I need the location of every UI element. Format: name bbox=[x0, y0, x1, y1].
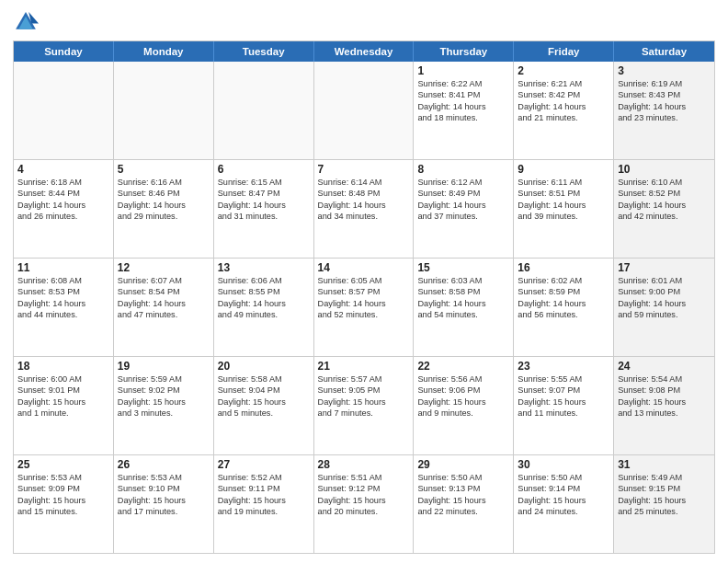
calendar-day-17: 17Sunrise: 6:01 AM Sunset: 9:00 PM Dayli… bbox=[614, 259, 714, 356]
day-number: 31 bbox=[618, 458, 711, 471]
calendar-day-2: 2Sunrise: 6:21 AM Sunset: 8:42 PM Daylig… bbox=[514, 62, 614, 159]
day-info: Sunrise: 6:11 AM Sunset: 8:51 PM Dayligh… bbox=[518, 177, 609, 223]
day-info: Sunrise: 6:12 AM Sunset: 8:49 PM Dayligh… bbox=[417, 177, 509, 223]
calendar-empty-cell bbox=[314, 62, 415, 159]
calendar-header-wednesday: Wednesday bbox=[314, 41, 415, 62]
calendar-day-9: 9Sunrise: 6:11 AM Sunset: 8:51 PM Daylig… bbox=[514, 160, 614, 258]
day-number: 2 bbox=[518, 64, 609, 77]
calendar-day-3: 3Sunrise: 6:19 AM Sunset: 8:43 PM Daylig… bbox=[614, 62, 714, 159]
day-info: Sunrise: 5:57 AM Sunset: 9:05 PM Dayligh… bbox=[318, 373, 410, 419]
calendar-day-8: 8Sunrise: 6:12 AM Sunset: 8:49 PM Daylig… bbox=[414, 160, 514, 258]
day-info: Sunrise: 5:59 AM Sunset: 9:02 PM Dayligh… bbox=[118, 373, 210, 419]
day-info: Sunrise: 6:08 AM Sunset: 8:53 PM Dayligh… bbox=[17, 275, 109, 321]
calendar-week-3: 11Sunrise: 6:08 AM Sunset: 8:53 PM Dayli… bbox=[14, 259, 714, 357]
calendar-day-27: 27Sunrise: 5:52 AM Sunset: 9:11 PM Dayli… bbox=[214, 455, 314, 553]
day-info: Sunrise: 6:16 AM Sunset: 8:46 PM Dayligh… bbox=[118, 177, 210, 223]
day-info: Sunrise: 5:50 AM Sunset: 9:13 PM Dayligh… bbox=[417, 472, 509, 518]
day-info: Sunrise: 5:51 AM Sunset: 9:12 PM Dayligh… bbox=[318, 472, 410, 518]
day-number: 24 bbox=[618, 360, 711, 373]
day-info: Sunrise: 6:03 AM Sunset: 8:58 PM Dayligh… bbox=[417, 275, 509, 321]
day-number: 10 bbox=[618, 163, 711, 176]
calendar-day-23: 23Sunrise: 5:55 AM Sunset: 9:07 PM Dayli… bbox=[514, 357, 614, 454]
day-info: Sunrise: 6:06 AM Sunset: 8:55 PM Dayligh… bbox=[218, 275, 310, 321]
day-number: 6 bbox=[218, 163, 310, 176]
calendar-day-11: 11Sunrise: 6:08 AM Sunset: 8:53 PM Dayli… bbox=[14, 259, 114, 356]
calendar-day-22: 22Sunrise: 5:56 AM Sunset: 9:06 PM Dayli… bbox=[414, 357, 514, 454]
calendar-header-friday: Friday bbox=[514, 41, 614, 62]
calendar-empty-cell bbox=[14, 62, 114, 159]
day-info: Sunrise: 5:49 AM Sunset: 9:15 PM Dayligh… bbox=[618, 472, 711, 518]
calendar-day-5: 5Sunrise: 6:16 AM Sunset: 8:46 PM Daylig… bbox=[114, 160, 214, 258]
calendar-day-21: 21Sunrise: 5:57 AM Sunset: 9:05 PM Dayli… bbox=[314, 357, 415, 454]
day-number: 12 bbox=[118, 261, 210, 274]
calendar-week-1: 1Sunrise: 6:22 AM Sunset: 8:41 PM Daylig… bbox=[14, 62, 714, 160]
day-info: Sunrise: 6:21 AM Sunset: 8:42 PM Dayligh… bbox=[518, 78, 609, 124]
day-info: Sunrise: 5:50 AM Sunset: 9:14 PM Dayligh… bbox=[518, 472, 609, 518]
calendar-week-2: 4Sunrise: 6:18 AM Sunset: 8:44 PM Daylig… bbox=[14, 160, 714, 259]
calendar-header-monday: Monday bbox=[114, 41, 214, 62]
logo bbox=[13, 9, 42, 35]
day-info: Sunrise: 6:05 AM Sunset: 8:57 PM Dayligh… bbox=[318, 275, 410, 321]
day-info: Sunrise: 5:54 AM Sunset: 9:08 PM Dayligh… bbox=[618, 373, 711, 419]
calendar-body: 1Sunrise: 6:22 AM Sunset: 8:41 PM Daylig… bbox=[14, 62, 714, 553]
day-info: Sunrise: 6:22 AM Sunset: 8:41 PM Dayligh… bbox=[417, 78, 509, 124]
day-number: 17 bbox=[618, 261, 711, 274]
day-number: 20 bbox=[218, 360, 310, 373]
day-number: 29 bbox=[417, 458, 509, 471]
calendar-header-sunday: Sunday bbox=[14, 41, 114, 62]
day-number: 22 bbox=[417, 360, 509, 373]
day-number: 18 bbox=[17, 360, 109, 373]
calendar-week-4: 18Sunrise: 6:00 AM Sunset: 9:01 PM Dayli… bbox=[14, 357, 714, 455]
day-number: 16 bbox=[518, 261, 609, 274]
day-info: Sunrise: 6:01 AM Sunset: 9:00 PM Dayligh… bbox=[618, 275, 711, 321]
calendar-day-20: 20Sunrise: 5:58 AM Sunset: 9:04 PM Dayli… bbox=[214, 357, 314, 454]
day-number: 30 bbox=[518, 458, 609, 471]
day-info: Sunrise: 6:15 AM Sunset: 8:47 PM Dayligh… bbox=[218, 177, 310, 223]
calendar-day-30: 30Sunrise: 5:50 AM Sunset: 9:14 PM Dayli… bbox=[514, 455, 614, 553]
day-info: Sunrise: 5:52 AM Sunset: 9:11 PM Dayligh… bbox=[218, 472, 310, 518]
calendar-header-saturday: Saturday bbox=[614, 41, 714, 62]
calendar-day-16: 16Sunrise: 6:02 AM Sunset: 8:59 PM Dayli… bbox=[514, 259, 614, 356]
day-number: 8 bbox=[417, 163, 509, 176]
calendar-day-10: 10Sunrise: 6:10 AM Sunset: 8:52 PM Dayli… bbox=[614, 160, 714, 258]
day-info: Sunrise: 5:55 AM Sunset: 9:07 PM Dayligh… bbox=[518, 373, 609, 419]
calendar-day-6: 6Sunrise: 6:15 AM Sunset: 8:47 PM Daylig… bbox=[214, 160, 314, 258]
calendar-day-4: 4Sunrise: 6:18 AM Sunset: 8:44 PM Daylig… bbox=[14, 160, 114, 258]
calendar-day-28: 28Sunrise: 5:51 AM Sunset: 9:12 PM Dayli… bbox=[314, 455, 415, 553]
day-number: 21 bbox=[318, 360, 410, 373]
day-info: Sunrise: 6:00 AM Sunset: 9:01 PM Dayligh… bbox=[17, 373, 109, 419]
day-number: 13 bbox=[218, 261, 310, 274]
calendar-day-13: 13Sunrise: 6:06 AM Sunset: 8:55 PM Dayli… bbox=[214, 259, 314, 356]
calendar-day-1: 1Sunrise: 6:22 AM Sunset: 8:41 PM Daylig… bbox=[414, 62, 514, 159]
calendar-day-19: 19Sunrise: 5:59 AM Sunset: 9:02 PM Dayli… bbox=[114, 357, 214, 454]
calendar-empty-cell bbox=[214, 62, 314, 159]
calendar-day-24: 24Sunrise: 5:54 AM Sunset: 9:08 PM Dayli… bbox=[614, 357, 714, 454]
calendar-day-14: 14Sunrise: 6:05 AM Sunset: 8:57 PM Dayli… bbox=[314, 259, 415, 356]
calendar-header-tuesday: Tuesday bbox=[214, 41, 314, 62]
calendar-header-row: SundayMondayTuesdayWednesdayThursdayFrid… bbox=[14, 41, 714, 62]
day-number: 23 bbox=[518, 360, 609, 373]
day-info: Sunrise: 6:19 AM Sunset: 8:43 PM Dayligh… bbox=[618, 78, 711, 124]
logo-icon bbox=[13, 9, 39, 35]
calendar-day-26: 26Sunrise: 5:53 AM Sunset: 9:10 PM Dayli… bbox=[114, 455, 214, 553]
calendar-week-5: 25Sunrise: 5:53 AM Sunset: 9:09 PM Dayli… bbox=[14, 455, 714, 553]
calendar-header-thursday: Thursday bbox=[414, 41, 514, 62]
day-number: 3 bbox=[618, 64, 711, 77]
page: SundayMondayTuesdayWednesdayThursdayFrid… bbox=[0, 0, 728, 563]
day-number: 19 bbox=[118, 360, 210, 373]
calendar-day-29: 29Sunrise: 5:50 AM Sunset: 9:13 PM Dayli… bbox=[414, 455, 514, 553]
day-info: Sunrise: 5:58 AM Sunset: 9:04 PM Dayligh… bbox=[218, 373, 310, 419]
day-info: Sunrise: 6:02 AM Sunset: 8:59 PM Dayligh… bbox=[518, 275, 609, 321]
day-number: 1 bbox=[417, 64, 509, 77]
day-info: Sunrise: 6:18 AM Sunset: 8:44 PM Dayligh… bbox=[17, 177, 109, 223]
day-number: 7 bbox=[318, 163, 410, 176]
day-number: 15 bbox=[417, 261, 509, 274]
calendar-day-15: 15Sunrise: 6:03 AM Sunset: 8:58 PM Dayli… bbox=[414, 259, 514, 356]
day-number: 27 bbox=[218, 458, 310, 471]
day-number: 5 bbox=[118, 163, 210, 176]
day-number: 9 bbox=[518, 163, 609, 176]
day-info: Sunrise: 6:14 AM Sunset: 8:48 PM Dayligh… bbox=[318, 177, 410, 223]
calendar-day-7: 7Sunrise: 6:14 AM Sunset: 8:48 PM Daylig… bbox=[314, 160, 415, 258]
calendar-empty-cell bbox=[114, 62, 214, 159]
day-number: 11 bbox=[17, 261, 109, 274]
